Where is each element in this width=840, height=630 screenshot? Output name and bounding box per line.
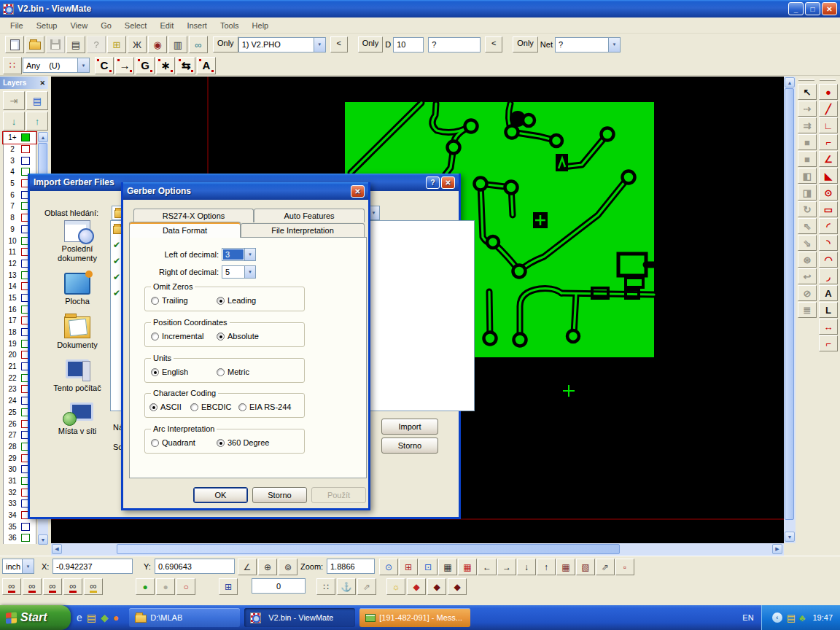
only-layer-toggle[interactable]: Only [213,36,238,52]
chevron-down-icon[interactable]: ▼ [608,38,620,52]
folder-quicklaunch-icon[interactable]: ▤ [87,612,96,623]
left-of-decimal-combo[interactable]: 3 ▼ [222,248,256,261]
layer-color-swatch[interactable] [21,534,30,542]
tray-collapse-icon[interactable]: ‹ [772,612,782,623]
draw-arc3-button[interactable]: ◠ [819,252,838,268]
aperture-grid-button[interactable]: ∷ [3,57,22,74]
dcode-input[interactable]: 10 [393,37,424,52]
lamp-outline-button[interactable]: ○ [176,578,195,595]
cancel-button[interactable]: Storno [381,438,438,454]
taskbar-task-vm[interactable]: V2.bin - ViewMate [244,608,355,627]
menu-view[interactable]: View [64,20,93,31]
ie-quicklaunch-icon[interactable]: e [77,612,82,623]
aperture-arrow-button[interactable]: → [115,57,134,74]
right-of-decimal-combo[interactable]: 5 ▼ [222,265,256,279]
menu-insert[interactable]: Insert [181,20,213,31]
net-combo[interactable]: ? ▼ [555,37,621,52]
grid-red-button[interactable]: ▦ [458,559,477,575]
copy-dcode-button[interactable]: ⇉ [798,117,817,133]
layer-row[interactable]: 3 [3,155,36,166]
green-app-quicklaunch-icon[interactable]: ◆ [101,612,109,623]
maximize-button[interactable]: □ [805,2,820,15]
diamond-dark-button[interactable]: ◆ [427,578,446,595]
dot-grid-button[interactable]: ∷ [316,578,335,595]
layers-close-icon[interactable]: ✕ [39,79,45,87]
dialog-close-button[interactable]: ✕ [441,176,455,189]
degree360-radio[interactable] [217,439,225,447]
tab-rs274x[interactable]: RS274-X Options [133,209,254,222]
language-indicator[interactable]: EN [735,613,761,622]
draw-rect-button[interactable]: ▭ [819,201,838,217]
scroll-up-icon[interactable]: ▲ [785,77,795,88]
only-dcode-toggle[interactable]: Only [358,36,384,52]
dialog-close-button[interactable]: ✕ [351,185,365,198]
scroll-up-icon[interactable]: ▲ [38,132,48,142]
metric-radio[interactable] [217,368,225,376]
relative-origin-button[interactable]: ⊚ [279,559,298,575]
aperture-a-button[interactable]: A [197,57,216,74]
draw-text-button[interactable]: A [819,285,838,301]
close-button[interactable]: ✕ [822,2,837,15]
nullify-button[interactable]: ⊘ [798,285,817,301]
layers-stack-button[interactable]: ≣ [798,302,817,318]
draw-pad-button[interactable]: ● [819,84,838,100]
pan-right-button[interactable]: → [497,559,516,575]
layer-color-swatch[interactable] [21,145,30,153]
grid-bb-button[interactable]: ▦ [438,559,457,575]
scrollbar-thumb[interactable] [785,88,794,520]
new-file-button[interactable] [5,36,24,53]
view-filter-block-button[interactable]: ∞ [43,578,62,595]
dialog-help-button[interactable]: ? [426,176,440,189]
zoom-grid-button[interactable]: ⊞ [399,559,418,575]
taskbar-task-folder[interactable]: D:\MLAB [129,608,240,627]
dcode-query-input[interactable]: ? [428,37,481,52]
scrollbar-thumb[interactable] [117,544,620,554]
menu-go[interactable]: Go [95,20,117,31]
draw-corner-button[interactable]: ⌐ [819,335,838,351]
start-button[interactable]: Start [0,605,71,630]
layer-color-swatch[interactable] [21,523,30,531]
layer-color-swatch[interactable] [21,133,30,141]
zoom-in-button[interactable]: ⊙ [379,559,398,575]
import-button[interactable]: Import [381,419,438,435]
layer-row[interactable]: 1+ [3,132,36,144]
highlight-dcode-button[interactable]: ◉ [148,36,167,53]
menu-file[interactable]: File [4,20,29,31]
view-filter-dash-button[interactable]: ∞ [63,578,82,595]
save-file-button[interactable] [46,36,65,53]
layers-move-up-button[interactable]: ↑ [26,112,48,131]
gerber-dialog-titlebar[interactable]: Gerber Options ✕ [123,182,368,200]
print-button[interactable]: ▤ [66,36,85,53]
lamp-off-button[interactable]: ● [156,578,175,595]
draw-polyline-button[interactable]: ∟ [819,117,838,133]
chevron-down-icon[interactable]: ▼ [22,559,34,573]
pan-down-button[interactable]: ↓ [517,559,536,575]
vertical-scrollbar[interactable]: ▲ ▼ [784,77,796,543]
fill-solid2-button[interactable]: ■ [798,151,817,167]
layers-move-down-button[interactable]: ↓ [3,112,25,131]
draw-bend-button[interactable]: ⌐ [819,134,838,150]
ok-button[interactable]: OK [193,487,248,503]
draw-arc1-button[interactable]: ◜ [819,218,838,234]
place-documents[interactable]: Dokumenty [44,316,110,350]
undo-button[interactable]: ↩ [798,268,817,284]
absolute-radio[interactable] [217,332,225,341]
origin-target-button[interactable]: ⊕ [258,559,277,575]
layers-film-button[interactable]: ▤ [26,91,48,110]
open-file-button[interactable] [26,36,44,53]
quadrant-radio[interactable] [151,439,159,447]
place-network[interactable]: Místa v síti [44,402,110,436]
scale-up-button[interactable]: ⇖ [798,218,817,234]
tab-file-interpretation[interactable]: File Interpretation [241,223,365,237]
tray-icq-flower-icon[interactable]: ♣ [799,612,806,623]
pliers-button[interactable]: Ж [128,36,147,53]
flash-pattern-button[interactable]: ☼ [386,578,405,595]
zoom-window-button[interactable]: ⊡ [419,559,438,575]
english-radio[interactable] [151,368,159,376]
layer-row[interactable]: 36 [3,532,36,544]
aperture-star-button[interactable]: ∗ [156,57,175,74]
layers-send-button[interactable]: ⇥ [3,91,25,110]
selection-box-button[interactable]: ▫ [615,559,634,575]
scroll-down-icon[interactable]: ▼ [785,532,795,542]
tray-notes-icon[interactable]: ▤ [787,612,796,623]
